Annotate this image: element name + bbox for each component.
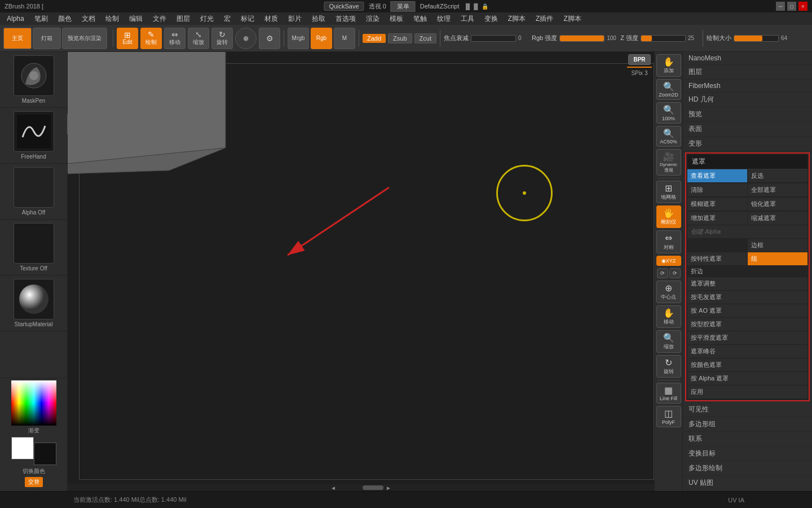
mask-by-hair-btn[interactable]: 按毛发遮罩: [687, 291, 807, 304]
rp-connect[interactable]: 联系: [683, 432, 812, 446]
rp-nanomesh[interactable]: NanoMesh: [683, 52, 812, 65]
color-gradient-picker[interactable]: (function(){ var c = document.getElement…: [11, 380, 56, 426]
rp-change-target[interactable]: 变换目标: [683, 446, 812, 461]
zcut-button[interactable]: Zcut: [414, 33, 436, 43]
preview-render-tab[interactable]: 预览布尔渲染: [62, 28, 107, 49]
mask-by-ao-btn[interactable]: 按 AO 遮罩: [687, 304, 807, 318]
move-tool-button[interactable]: ✋ 移动: [656, 305, 681, 328]
mask-adjust-btn[interactable]: 遮罩调整: [687, 277, 807, 291]
viewport[interactable]: ◄ ► BPR SPix 3: [68, 52, 654, 491]
sharpen-mask-btn[interactable]: 锐化遮罩: [748, 198, 807, 211]
bpr-button[interactable]: BPR: [628, 54, 650, 65]
draw-size-slider[interactable]: [734, 35, 779, 42]
rp-surface[interactable]: 表面: [683, 122, 812, 137]
rp-uv-map[interactable]: UV 贴图: [683, 476, 812, 491]
home-tab[interactable]: 主页: [3, 28, 32, 49]
maximize-button[interactable]: □: [787, 2, 796, 11]
zoom50-button[interactable]: 🔍 AC50%: [656, 126, 681, 147]
rot1-button[interactable]: ⟳: [657, 268, 668, 278]
mask-by-cavity-btn[interactable]: 按型腔遮罩: [687, 318, 807, 331]
rp-preview[interactable]: 预览: [683, 107, 812, 122]
shrink-mask-btn[interactable]: 缩减遮罩: [748, 212, 807, 225]
draw-button[interactable]: ✎ 绘制: [140, 28, 162, 49]
create-alpha-btn[interactable]: 创建 Alpha: [687, 225, 807, 239]
menu-zplugin[interactable]: Z插件: [531, 13, 558, 25]
brush-preview-button[interactable]: ●: [235, 28, 257, 49]
rp-hd[interactable]: HD 几何: [683, 93, 812, 107]
brush-texture[interactable]: Texture Off: [0, 220, 67, 275]
rp-polygon-group[interactable]: 多边形组: [683, 417, 812, 432]
minimize-button[interactable]: ─: [776, 2, 785, 11]
center-button[interactable]: ⊕ 中心点: [656, 281, 681, 303]
brush-freehand[interactable]: FreeHand: [0, 108, 67, 164]
menu-draw[interactable]: 绘制: [101, 13, 123, 25]
fold-edge-btn[interactable]: 折边: [687, 266, 807, 277]
menu-render[interactable]: 渲染: [361, 13, 384, 25]
rotate-button[interactable]: ↻ 旋转: [211, 28, 233, 49]
menu-macro[interactable]: 宏: [219, 13, 235, 25]
menu-transform[interactable]: 变换: [480, 13, 502, 25]
linefill-button[interactable]: ▦ Line Fill: [656, 383, 681, 404]
zoom100-button[interactable]: 🔍 100%: [656, 102, 681, 123]
mask-by-prop-btn[interactable]: 按特性遮罩: [687, 252, 747, 266]
grow-mask-btn[interactable]: 增加遮罩: [687, 212, 747, 225]
menu-light[interactable]: 灯光: [196, 13, 218, 25]
menu-pick[interactable]: 拾取: [307, 13, 330, 25]
exchange-button[interactable]: 交替: [25, 477, 43, 487]
polyf-button[interactable]: ◫ PolyF: [656, 406, 681, 427]
menu-button[interactable]: 菜单: [391, 1, 416, 12]
rp-texture-map[interactable]: 纹理贴图: [683, 491, 812, 491]
symmetry-button[interactable]: ⚙: [259, 28, 280, 49]
foreground-color-swatch[interactable]: [11, 437, 34, 459]
close-button[interactable]: ×: [798, 2, 807, 11]
rp-fibermesh[interactable]: FiberMesh: [683, 80, 812, 93]
scrollbar-thumb[interactable]: [363, 485, 383, 490]
apply-btn[interactable]: 应用: [687, 386, 807, 399]
clear-btn[interactable]: 清除: [687, 183, 747, 197]
dynamic-perspective-button[interactable]: 🎥 Dynamic 透视: [656, 149, 681, 176]
menu-stroke[interactable]: 笔触: [409, 13, 431, 25]
mask-by-color-btn[interactable]: 按颜色遮罩: [687, 358, 807, 372]
brush-material[interactable]: StartupMaterial: [0, 275, 67, 331]
menu-zscript2[interactable]: Z脚本: [559, 13, 585, 25]
zadd-button[interactable]: Zadd: [363, 34, 386, 43]
grid-button[interactable]: ⊞ 地网格: [656, 181, 681, 203]
zoom2d-button[interactable]: 🔍 Zoom2D: [656, 79, 681, 100]
mrgb-button[interactable]: Mrgb: [288, 28, 309, 49]
border-btn[interactable]: 边框: [748, 239, 807, 252]
m-button[interactable]: M: [334, 28, 355, 49]
rot2-button[interactable]: ⟳: [669, 268, 681, 278]
menu-material[interactable]: 材质: [260, 13, 283, 25]
menu-document[interactable]: 文档: [77, 13, 100, 25]
mask-by-alpha-btn[interactable]: 按 Alpha 遮罩: [687, 372, 807, 386]
lightbox-tab[interactable]: 灯箱: [33, 28, 61, 49]
mask-by-smooth-btn[interactable]: 按平滑度遮罩: [687, 331, 807, 345]
sculpt-button[interactable]: 🖐 雕刻仪: [656, 205, 681, 228]
brush-alpha[interactable]: Alpha Off: [0, 164, 67, 220]
quicksave-button[interactable]: QuickSave: [324, 2, 364, 11]
rp-polygon-paint[interactable]: 多边形绘制: [683, 461, 812, 476]
menu-alpha[interactable]: Alpha: [2, 14, 29, 24]
move-button[interactable]: ⇔ 移动: [164, 28, 186, 49]
xyz-button[interactable]: ◉XYZ: [656, 256, 681, 266]
menu-preferences[interactable]: 首选项: [331, 13, 360, 25]
menu-texture[interactable]: 纹理: [433, 13, 455, 25]
group-btn[interactable]: 组: [748, 252, 807, 266]
menu-color[interactable]: 颜色: [54, 13, 76, 25]
rotate-tool-button[interactable]: ↻ 旋转: [656, 355, 681, 378]
rp-morph[interactable]: 变形: [683, 137, 812, 151]
horizontal-scrollbar[interactable]: ◄ ►: [68, 484, 654, 491]
edit-button[interactable]: ⊞ Edit: [117, 28, 138, 49]
background-color-swatch[interactable]: [34, 443, 56, 465]
switch-colors-label[interactable]: 切换颜色: [2, 467, 65, 475]
align-button[interactable]: ⇔ 对称: [656, 230, 681, 253]
menu-template[interactable]: 模板: [385, 13, 408, 25]
menu-file[interactable]: 文件: [148, 13, 171, 25]
view-mask-btn[interactable]: 查看遮罩: [687, 169, 747, 183]
zsub-button[interactable]: Zsub: [388, 33, 412, 43]
mask-peak-btn[interactable]: 遮罩峰谷: [687, 345, 807, 358]
scale-button[interactable]: ⤡ 缩放: [188, 28, 209, 49]
rgb-strength-slider[interactable]: [559, 35, 604, 42]
menu-brush[interactable]: 笔刷: [30, 13, 52, 25]
brush-maskpen[interactable]: MaskPen: [0, 52, 67, 108]
